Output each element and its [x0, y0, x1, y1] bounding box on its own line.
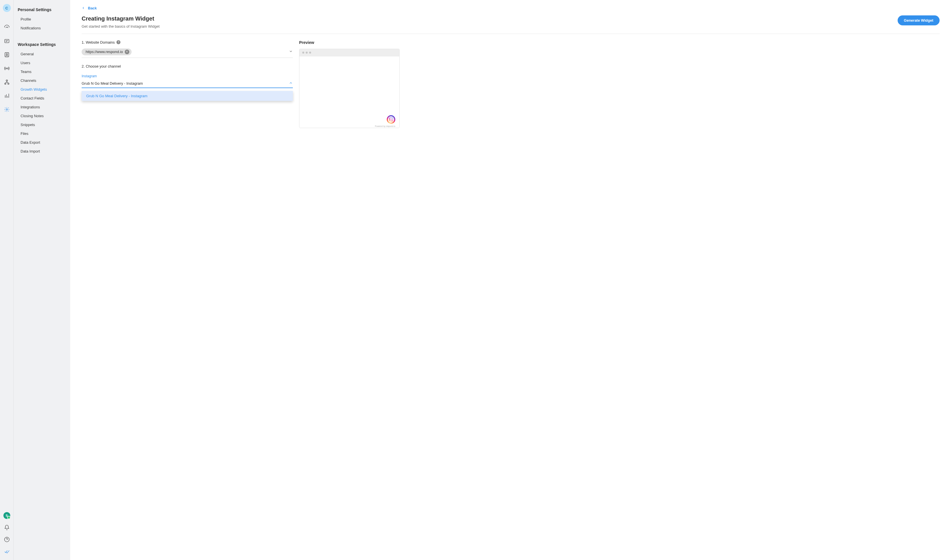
- channel-type-label: Instagram: [82, 74, 293, 78]
- svg-line-10: [5, 82, 6, 83]
- nav-closing-notes[interactable]: Closing Notes: [14, 111, 70, 120]
- reports-icon[interactable]: [3, 92, 10, 99]
- nav-data-export[interactable]: Data Export: [14, 138, 70, 147]
- nav-files[interactable]: Files: [14, 129, 70, 138]
- page-title: Creating Instagram Widget: [82, 15, 159, 22]
- dashboard-icon[interactable]: [3, 24, 10, 31]
- svg-rect-7: [5, 83, 6, 84]
- section-personal: Personal Settings: [14, 6, 70, 15]
- icon-rail: C S: [0, 0, 14, 560]
- nav-snippets[interactable]: Snippets: [14, 120, 70, 129]
- step2-label: 2. Choose your channel: [82, 64, 293, 68]
- nav-contact-fields[interactable]: Contact Fields: [14, 94, 70, 103]
- back-link[interactable]: Back: [82, 6, 97, 10]
- nav-profile[interactable]: Profile: [14, 15, 70, 24]
- back-label: Back: [88, 6, 97, 10]
- nav-channels[interactable]: Channels: [14, 76, 70, 85]
- instagram-icon: [389, 117, 393, 122]
- powered-by-text: Powered by respond.io: [375, 125, 395, 127]
- settings-sidebar: Personal Settings Profile Notifications …: [14, 0, 70, 560]
- status-avatar[interactable]: S: [3, 512, 10, 519]
- section-workspace: Workspace Settings: [14, 40, 70, 49]
- contacts-icon[interactable]: [3, 51, 10, 58]
- svg-rect-6: [6, 80, 8, 81]
- page-subtitle: Get started with the basics of Instagram…: [82, 24, 159, 29]
- svg-line-11: [7, 82, 8, 83]
- svg-rect-0: [5, 39, 9, 43]
- chevron-down-icon[interactable]: [289, 49, 293, 54]
- svg-rect-3: [5, 53, 9, 57]
- svg-point-4: [6, 54, 8, 55]
- settings-icon[interactable]: [3, 106, 10, 113]
- nav-growth-widgets[interactable]: Growth Widgets: [14, 85, 70, 94]
- domain-chip: https://www.respond.io ✕: [82, 48, 131, 55]
- nav-general[interactable]: General: [14, 49, 70, 58]
- help-icon[interactable]: [3, 536, 10, 543]
- domain-input[interactable]: https://www.respond.io ✕: [82, 47, 293, 58]
- brand-icon[interactable]: [3, 548, 10, 555]
- svg-point-16: [6, 109, 8, 110]
- nav-teams[interactable]: Teams: [14, 67, 70, 76]
- preview-browser-header: [300, 49, 399, 57]
- nav-notifications[interactable]: Notifications: [14, 24, 70, 32]
- step1-label: 1. Website Domains ?: [82, 40, 293, 45]
- domain-chip-text: https://www.respond.io: [86, 49, 123, 54]
- broadcast-icon[interactable]: [3, 65, 10, 72]
- selected-channel-text: Grub N Go Meal Delivery - Instagram: [82, 81, 143, 86]
- chip-remove-icon[interactable]: ✕: [125, 49, 129, 54]
- instagram-widget-fab[interactable]: [387, 115, 395, 124]
- dropdown-option[interactable]: Grub N Go Meal Delivery - Instagram: [82, 91, 293, 101]
- channel-select[interactable]: Grub N Go Meal Delivery - Instagram: [82, 80, 293, 88]
- svg-point-5: [6, 68, 7, 69]
- main-content: Back Creating Instagram Widget Get start…: [70, 0, 951, 560]
- preview-body: Powered by respond.io: [300, 57, 399, 128]
- channel-dropdown: Grub N Go Meal Delivery - Instagram: [82, 91, 293, 101]
- preview-title: Preview: [299, 40, 400, 45]
- help-tooltip-icon[interactable]: ?: [116, 40, 120, 44]
- messages-icon[interactable]: [3, 38, 10, 45]
- nav-integrations[interactable]: Integrations: [14, 103, 70, 111]
- nav-data-import[interactable]: Data Import: [14, 147, 70, 156]
- user-avatar[interactable]: C: [3, 4, 11, 12]
- notifications-icon[interactable]: [3, 524, 10, 531]
- preview-box: Powered by respond.io: [299, 49, 400, 128]
- workflow-icon[interactable]: [3, 79, 10, 86]
- svg-rect-8: [8, 83, 9, 84]
- generate-widget-button[interactable]: Generate Widget: [898, 15, 940, 25]
- chevron-up-icon: [289, 81, 293, 86]
- nav-users[interactable]: Users: [14, 58, 70, 67]
